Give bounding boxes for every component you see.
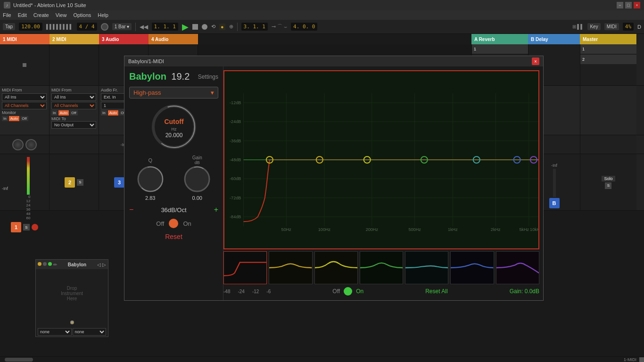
- minimize-button[interactable]: −: [617, 2, 623, 8]
- track-2-s[interactable]: S: [77, 179, 83, 186]
- track-header-1-midi[interactable]: 1 MIDI: [0, 34, 50, 44]
- band-thumb-1[interactable]: [223, 251, 267, 284]
- band-thumb-7[interactable]: [496, 251, 539, 284]
- band-thumb-3[interactable]: [314, 251, 358, 284]
- punch-button[interactable]: ⊕: [229, 24, 233, 30]
- monitor-off-2[interactable]: Off: [70, 110, 78, 115]
- track-header-reverb[interactable]: A Reverb: [471, 34, 528, 44]
- slope-decrease-button[interactable]: −: [129, 206, 133, 214]
- master-s-button[interactable]: S: [605, 182, 611, 189]
- go-back-button[interactable]: ◀◀: [140, 24, 148, 30]
- monitor-auto-3[interactable]: Auto: [108, 110, 118, 115]
- menu-create[interactable]: Create: [33, 12, 49, 18]
- monitor-in-1[interactable]: In: [2, 116, 8, 121]
- babylon-expand-icon[interactable]: ▷: [102, 262, 106, 267]
- svg-text:Cutoff: Cutoff: [164, 118, 184, 125]
- midi-channel-select-2[interactable]: All Channels: [51, 102, 96, 109]
- track-header-master[interactable]: Master: [580, 34, 636, 44]
- position2-display[interactable]: 3. 1. 1: [241, 23, 268, 31]
- close-button[interactable]: ×: [634, 2, 640, 8]
- band-thumb-4[interactable]: [360, 251, 403, 284]
- midi-from-select-1[interactable]: All Ins: [2, 93, 47, 101]
- eq-on-button[interactable]: On: [356, 288, 363, 295]
- midi-from-select-2[interactable]: All Ins: [51, 93, 96, 101]
- midi-button[interactable]: MIDI: [604, 23, 619, 30]
- window-controls[interactable]: − □ ×: [617, 2, 640, 8]
- plugin-settings[interactable]: Settings: [198, 74, 218, 80]
- bpm-display[interactable]: 120.00: [19, 23, 42, 31]
- plugin-close-button[interactable]: ×: [532, 58, 539, 65]
- delay-fader-bar[interactable]: [553, 169, 556, 197]
- stop-button[interactable]: [192, 24, 198, 30]
- monitor-auto-1[interactable]: Auto: [9, 116, 19, 121]
- filter-type-dropdown[interactable]: High-pass ▾: [129, 87, 218, 99]
- monitor-in-3[interactable]: In: [101, 110, 107, 115]
- track-header-3-audio[interactable]: 3 Audio: [99, 34, 149, 44]
- cutoff-knob-container[interactable]: Cutoff Hz 20.000: [150, 103, 198, 150]
- babylon-select-2[interactable]: none: [73, 328, 107, 336]
- send-a-knob-1[interactable]: [12, 139, 24, 150]
- loop-display[interactable]: 1 Bar ▾: [112, 23, 132, 30]
- position1-display[interactable]: 1. 1. 1: [152, 23, 178, 31]
- send-b-knob-1[interactable]: [25, 139, 37, 150]
- track-1-number[interactable]: 1: [11, 222, 21, 232]
- menu-file[interactable]: File: [3, 12, 11, 18]
- monitor-off-1[interactable]: Off: [20, 116, 28, 121]
- track-1-s[interactable]: S: [23, 224, 30, 230]
- babylon-select-1[interactable]: none: [38, 328, 72, 336]
- reset-all-button[interactable]: Reset All: [425, 288, 447, 295]
- track-1-meter: 0 12 24 36 48 60: [9, 157, 47, 220]
- key-button[interactable]: Key: [587, 23, 600, 30]
- filter-type-label: High-pass: [133, 89, 161, 96]
- clip-dot-1: [23, 63, 26, 67]
- time-sig-display[interactable]: 4 / 4: [77, 23, 97, 31]
- scrollbar-thumb[interactable]: [5, 358, 33, 362]
- monitor-in-2[interactable]: In: [51, 110, 58, 115]
- menu-view[interactable]: View: [56, 12, 67, 18]
- track-1-rec[interactable]: [32, 224, 38, 230]
- midi-to-select-2[interactable]: No Output: [51, 121, 96, 129]
- band-thumb-5[interactable]: [405, 251, 448, 284]
- track-3-number[interactable]: 3: [114, 177, 124, 188]
- monitor-auto-2[interactable]: Auto: [58, 110, 69, 115]
- eq-on-indicator[interactable]: [344, 287, 352, 296]
- gain-knob-container[interactable]: [183, 165, 211, 193]
- q-section: Q 2.83: [129, 157, 172, 201]
- track-2-number[interactable]: 2: [65, 177, 75, 188]
- q-knob-container[interactable]: [136, 165, 165, 193]
- babylon-power-icon[interactable]: [48, 262, 52, 266]
- menu-edit[interactable]: Edit: [18, 12, 27, 18]
- master-fader: Solo S: [580, 154, 636, 210]
- babylon-edit-icon[interactable]: ✏: [53, 262, 57, 267]
- on-indicator[interactable]: [169, 219, 178, 228]
- track-header-4-audio[interactable]: 4 Audio: [149, 34, 198, 44]
- record-button[interactable]: [101, 23, 108, 31]
- scrollbar-horizontal[interactable]: 1-MIDI: [0, 356, 644, 362]
- position3-display[interactable]: 4. 0. 0: [291, 23, 317, 31]
- babylon-collapse-icon[interactable]: ◁: [97, 262, 101, 267]
- track-header-2-midi[interactable]: 2 MIDI: [50, 34, 99, 44]
- svg-text:200Hz: 200Hz: [366, 227, 379, 232]
- master-fader-inner: Solo S: [602, 176, 615, 189]
- reset-button[interactable]: Reset: [129, 233, 218, 240]
- tap-button[interactable]: Tap: [3, 23, 15, 30]
- maximize-button[interactable]: □: [625, 2, 632, 8]
- eq-off-button[interactable]: Off: [332, 288, 340, 295]
- loop-button[interactable]: ⟲: [211, 24, 215, 30]
- track-header-delay[interactable]: B Delay: [528, 34, 580, 44]
- scroll-right-button[interactable]: [639, 357, 644, 362]
- onoff-bottom: Off On: [332, 287, 363, 296]
- master-solo-button[interactable]: Solo: [602, 176, 615, 181]
- babylon-drop-area[interactable]: DropInstrumentHere: [36, 269, 108, 318]
- band-thumb-2[interactable]: [269, 251, 312, 284]
- midi-channel-select-1[interactable]: All Channels: [2, 102, 47, 109]
- band-thumb-6[interactable]: [450, 251, 494, 284]
- overdub-button[interactable]: ●: [219, 24, 225, 30]
- menu-options[interactable]: Options: [73, 12, 91, 18]
- slope-increase-button[interactable]: +: [214, 206, 218, 214]
- midi-from-label-2: MIDI From: [51, 88, 97, 92]
- menu-help[interactable]: Help: [98, 12, 108, 18]
- right-scroll-4: [636, 154, 644, 210]
- record-transport-button[interactable]: [202, 24, 207, 30]
- play-button[interactable]: ▶: [182, 22, 189, 32]
